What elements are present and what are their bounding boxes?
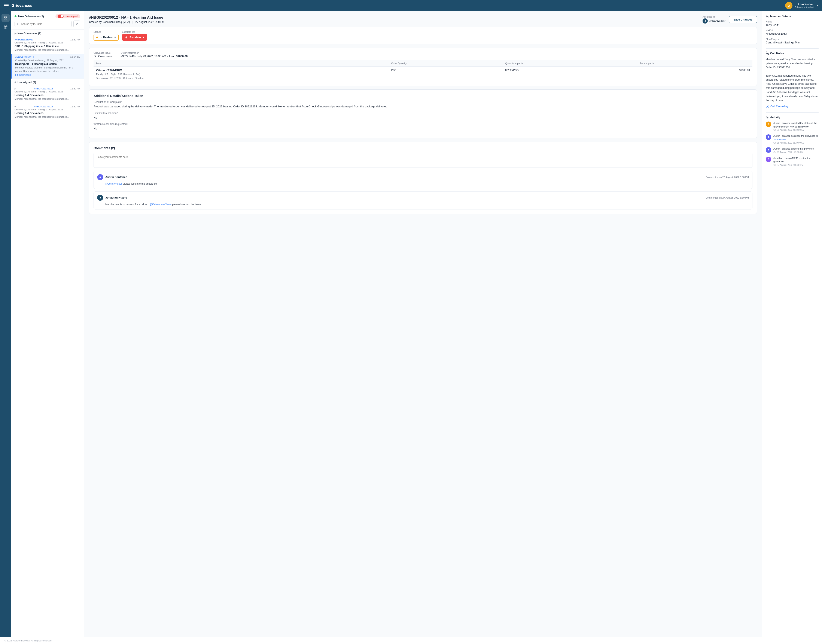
order-info-value[interactable]: #33221449 - July 23,2022, 10:30 AM - Tot… (121, 55, 188, 58)
section-new-label: New Grievances (2) (18, 32, 41, 35)
table-cell-item: Oticon KE262-DRW Family: KE Style: RIE (… (94, 66, 389, 82)
grievance-item[interactable]: ▶ #NBGR20230014 11:30 AM Created by: Jon… (11, 85, 84, 103)
top-nav: Grievances J John Walker Grievance Analy… (0, 0, 822, 11)
name-label: Name (766, 20, 819, 23)
item-created: Created by: Jonathan Huang, 27 August, 2… (15, 41, 80, 44)
table-cell-price: $1600.00 (637, 66, 753, 82)
hamburger-menu[interactable] (4, 4, 9, 7)
table-row: Oticon KE262-DRW Family: KE Style: RIE (… (94, 66, 753, 82)
member-details-title: Member Details (766, 15, 819, 18)
status-row: Status: In Review ▾ Escalate To: Escalat… (89, 27, 757, 44)
svg-marker-6 (75, 23, 78, 25)
svg-rect-2 (4, 18, 5, 19)
plan-label: Plan/Program (766, 38, 819, 40)
description-label: Description of Complaint (94, 101, 753, 104)
description-value: Product was damaged during the delivery … (94, 104, 753, 109)
search-box (15, 21, 72, 27)
chevron-right-icon: ▶ (15, 105, 16, 107)
plan-value: Central Health Savings Plan (766, 41, 819, 44)
activity-title: Activity (766, 115, 819, 119)
escalate-icon (125, 36, 128, 39)
item-tag: Fit, Color issue (15, 74, 31, 76)
col-order-qty: Order Quantity (389, 60, 502, 66)
play-icon: ▶ (766, 104, 769, 108)
comment-avatar: A (97, 174, 103, 180)
assigned-avatar: J (702, 18, 708, 23)
assigned-section: Assigned To J John Walker Save Changes (702, 15, 757, 23)
sidebar-item-grid[interactable] (2, 14, 10, 22)
status-dropdown[interactable]: In Review ▾ (94, 34, 118, 41)
activity-avatar: A (766, 121, 771, 127)
activity-link[interactable]: John Walker (773, 138, 787, 141)
comment-mention-link[interactable]: @John Walker (105, 182, 122, 185)
written-value: No (94, 126, 753, 131)
status-chevron: ▾ (114, 36, 116, 39)
svg-line-5 (19, 25, 19, 25)
activity-time: On 28 August, 2022 at 9:30 AM (773, 151, 814, 153)
grievance-item[interactable]: #NBGR20230012 05:30 PM Created by: Jonat… (11, 54, 84, 79)
comment-mention-link[interactable]: @GrievancesTeam (150, 203, 172, 206)
item-time: 11:30 AM (71, 105, 80, 108)
icon-sidebar (0, 11, 11, 637)
activity-item: A Austin Fontanez updated the status of … (766, 121, 819, 131)
svg-marker-7 (126, 36, 128, 38)
item-time: 11:30 AM (71, 87, 80, 90)
filter-button[interactable] (74, 20, 80, 28)
item-desc: Member reported that the Hearing Aid del… (15, 66, 80, 73)
unassigned-toggle[interactable] (58, 15, 64, 18)
search-input[interactable] (21, 23, 69, 26)
grievance-details-card: Grievance Issue Fit, Color issue Order I… (89, 48, 757, 86)
svg-rect-1 (6, 16, 7, 17)
new-grievances-dot (15, 15, 17, 17)
status-label: Status: (94, 31, 118, 33)
nhid-field: NHID# NH20180051053 (766, 29, 819, 35)
item-product-name: Oticon KE262-DRW (96, 69, 386, 72)
save-changes-button[interactable]: Save Changes (729, 16, 757, 23)
comments-section: Comments (2) A Austin Fontanez Commented… (89, 142, 757, 214)
activity-text: Austin Fontanez opened the grievance (773, 147, 814, 150)
order-table: Item Order Quantity Quantity Impacted Pr… (94, 60, 753, 82)
grievance-header: #NBGR20230012 - HA - 1 Hearing Aid Issue… (89, 15, 757, 23)
activity-text: Austin Fontanez updated the status of th… (773, 121, 819, 128)
name-value: Terry Cruz (766, 23, 819, 26)
member-details-section: Member Details Name Terry Cruz NHID# NH2… (766, 15, 819, 44)
user-role: Grievance Analyst (794, 6, 814, 9)
comment-item: J Jonathan Huang Commented on 27 August,… (94, 192, 753, 210)
comment-item: A Austin Fontanez Commented on 27 August… (94, 171, 753, 189)
comments-title: Comments (2) (94, 146, 753, 150)
assigned-user-name: John Walker (709, 20, 725, 23)
call-notes-title: Call Notes (766, 52, 819, 55)
section-chevron-new: ▶ (15, 32, 16, 35)
table-cell-order-qty: Pair (389, 66, 502, 82)
grievance-issue-label: Grievance Issue (94, 52, 112, 54)
new-grievances-label: New Grievances (2) (18, 15, 44, 18)
app-title: Grievances (12, 3, 32, 8)
svg-point-8 (767, 15, 768, 16)
sidebar-item-grievances[interactable] (2, 23, 10, 31)
activity-text: Austin Fontanez assigned the grievance t… (773, 134, 819, 141)
grievance-item[interactable]: #NBGR20230010 11:30 AM Created by: Jonat… (11, 36, 84, 54)
grievance-item[interactable]: ▶ #NBGR20230015 11:30 AM Created by: Jon… (11, 103, 84, 121)
status-dot (96, 37, 98, 38)
comment-input[interactable] (94, 153, 753, 168)
comment-avatar: J (97, 195, 103, 201)
unassigned-dot (15, 81, 16, 83)
escalate-button[interactable]: Escalate ▾ (122, 34, 147, 41)
member-name-field: Name Terry Cruz (766, 20, 819, 26)
comments-card: Comments (2) A Austin Fontanez Commented… (89, 142, 757, 214)
svg-rect-0 (4, 16, 5, 17)
user-avatar: J (785, 2, 793, 9)
col-price-impacted: Price Impacted (637, 60, 753, 66)
grievance-list-scroll: ▶ New Grievances (2) #NBGR20230010 11:30… (11, 30, 84, 637)
section-new: ▶ New Grievances (2) (11, 30, 84, 36)
created-by-label: Created by: (89, 20, 103, 23)
user-menu-chevron[interactable]: ▾ (817, 5, 818, 7)
call-recording-button[interactable]: ▶ Call Recording (766, 104, 788, 108)
grievance-id-title: #NBGR20230012 - HA - 1 Hearing Aid Issue (89, 15, 164, 20)
first-call-label: First Call Resolution? (94, 112, 753, 115)
col-item: Item (94, 60, 389, 66)
created-by-value: Jonathan Huang (MEA) (103, 20, 130, 23)
activity-avatar: A (766, 134, 771, 140)
status-value: In Review (100, 36, 112, 39)
activity-avatar: A (766, 147, 771, 153)
